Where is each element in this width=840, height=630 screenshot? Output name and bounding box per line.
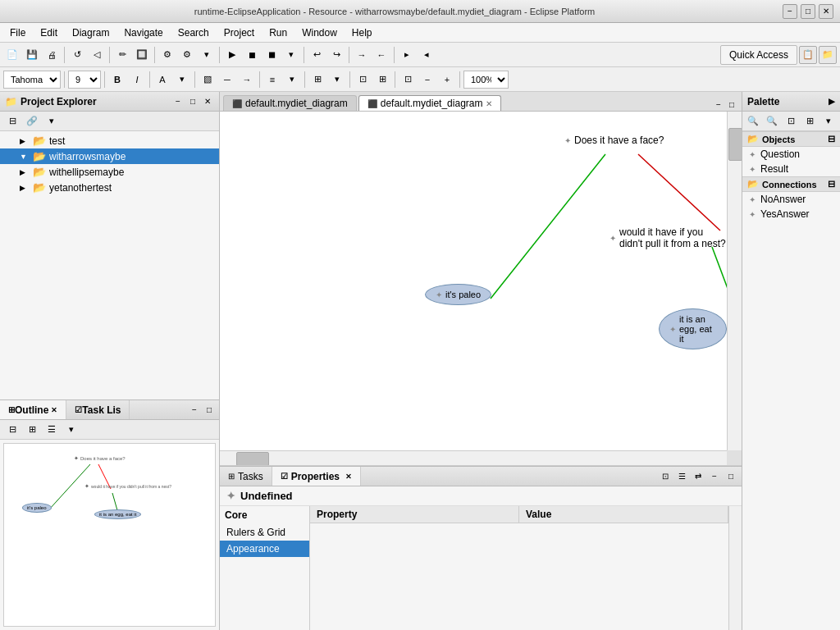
editor-tab-2[interactable]: ⬛ default.mydiet_diagram ✕	[358, 95, 502, 111]
zoom-in-btn[interactable]: +	[438, 71, 456, 89]
tasks-tab[interactable]: ⊞ Tasks	[220, 467, 272, 486]
pal-result-item[interactable]: ✦ Result	[742, 162, 840, 176]
perspective-btn-1[interactable]: 📋	[799, 46, 817, 64]
maximize-button[interactable]: □	[801, 4, 815, 19]
tb-btn-6[interactable]: ⚙	[178, 46, 196, 64]
menu-edit[interactable]: Edit	[34, 25, 64, 40]
bold-button[interactable]: B	[108, 71, 126, 89]
close-outline-icon[interactable]: ✕	[51, 406, 57, 414]
menu-help[interactable]: Help	[345, 25, 379, 40]
zoom-out-btn[interactable]: −	[418, 71, 436, 89]
maximize-project-explorer[interactable]: □	[186, 95, 199, 108]
close-properties-icon[interactable]: ✕	[345, 472, 352, 481]
tb-btn-14[interactable]: →	[353, 46, 371, 64]
menu-file[interactable]: File	[3, 25, 32, 40]
close-button[interactable]: ✕	[819, 4, 833, 19]
grid-btn[interactable]: ⊞	[373, 71, 391, 89]
menu-diagram[interactable]: Diagram	[66, 25, 116, 40]
snap-btn[interactable]: ⊡	[354, 71, 372, 89]
zoom-fit-btn[interactable]: ⊡	[399, 71, 417, 89]
pal-zoom-out[interactable]: 🔍	[763, 112, 781, 130]
tb-btn-10[interactable]: ◼	[262, 46, 281, 64]
minimize-bottom-panel[interactable]: −	[707, 469, 722, 484]
bp-action-1[interactable]: ⊡	[658, 469, 673, 484]
tree-item-yetanother[interactable]: ▶ 📂 yetanothertest	[0, 180, 219, 195]
outline-tab[interactable]: ⊞ Outline ✕	[0, 400, 66, 419]
menu-search[interactable]: Search	[171, 25, 216, 40]
bp-action-2[interactable]: ☰	[674, 469, 689, 484]
tree-item-witharrowsmaybe[interactable]: ▼ 📂 witharrowsmaybe	[0, 148, 219, 164]
new-button[interactable]: 📄	[3, 46, 21, 64]
expand-withellipses[interactable]: ▶	[20, 168, 30, 176]
color-btn2[interactable]: ▾	[173, 71, 191, 89]
outline-tb-btn1[interactable]: ⊟	[3, 421, 21, 439]
pal-zoom-fit[interactable]: ⊡	[782, 112, 800, 130]
minimize-button[interactable]: −	[783, 4, 797, 19]
horizontal-scrollbar[interactable]	[220, 450, 727, 465]
font-selector[interactable]: Tahoma	[3, 71, 61, 89]
outline-tb-btn3[interactable]: ☰	[43, 421, 61, 439]
pal-yesanswer-item[interactable]: ✦ YesAnswer	[742, 207, 840, 221]
tb-btn-3[interactable]: ✏	[113, 46, 131, 64]
font-size-selector[interactable]: 9	[68, 71, 101, 89]
tb-btn-9[interactable]: ⏹	[243, 46, 261, 64]
pal-noanswer-item[interactable]: ✦ NoAnswer	[742, 192, 840, 207]
connections-section-header[interactable]: 📂 Connections ⊟	[742, 176, 840, 192]
menu-run[interactable]: Run	[262, 25, 294, 40]
outline-tb-btn2[interactable]: ⊞	[23, 421, 41, 439]
minimize-editor[interactable]: −	[712, 98, 725, 111]
minimize-project-explorer[interactable]: −	[171, 95, 185, 108]
tb-btn-11[interactable]: ▾	[282, 46, 300, 64]
node-question-2[interactable]: ✦ would it have if you didn't pull it fr…	[609, 226, 727, 249]
color-btn[interactable]: A	[153, 71, 171, 89]
node-ellipse-egg[interactable]: ✦ it is an egg, eat it	[659, 308, 727, 349]
pal-layout[interactable]: ⊞	[801, 112, 819, 130]
node-question-1[interactable]: ✦ Does it have a face?	[564, 135, 664, 146]
refresh-button[interactable]: ↺	[68, 46, 86, 64]
expand-test[interactable]: ▶	[20, 137, 30, 145]
pal-question-item[interactable]: ✦ Question	[742, 147, 840, 162]
menu-project[interactable]: Project	[217, 25, 261, 40]
vertical-scroll-thumb[interactable]	[728, 128, 742, 161]
bp-action-3[interactable]: ⇄	[691, 469, 705, 484]
horizontal-scroll-thumb[interactable]	[236, 452, 269, 466]
maximize-editor[interactable]: □	[725, 98, 738, 111]
pe-menu-btn[interactable]: ▾	[43, 112, 61, 130]
link-editor-btn[interactable]: 🔗	[23, 112, 41, 130]
appearance-item[interactable]: Appearance	[220, 541, 309, 557]
tree-item-test[interactable]: ▶ 📂 test	[0, 133, 219, 148]
tb-btn-15[interactable]: ←	[372, 46, 390, 64]
node-ellipse-paleo[interactable]: ✦ it's paleo	[425, 284, 491, 305]
collapse-all-btn[interactable]: ⊟	[3, 112, 21, 130]
tb-btn-7[interactable]: ▾	[198, 46, 216, 64]
rulers-grid-item[interactable]: Rulers & Grid	[220, 524, 309, 541]
layout-btn2[interactable]: ▾	[328, 71, 346, 89]
align-btn[interactable]: ≡	[263, 71, 281, 89]
close-tab2-icon[interactable]: ✕	[486, 99, 492, 108]
zoom-selector[interactable]: 100%	[463, 71, 509, 89]
minimize-outline[interactable]: −	[188, 404, 201, 417]
properties-tab[interactable]: ☑ Properties ✕	[272, 467, 361, 486]
diagram-canvas[interactable]: ✦ Does it have a face? ✦ would it have i…	[220, 112, 742, 466]
props-vertical-scrollbar[interactable]	[728, 506, 742, 630]
layout-btn[interactable]: ⊞	[308, 71, 326, 89]
expand-yetanother[interactable]: ▶	[20, 184, 30, 192]
outline-menu-btn[interactable]: ▾	[62, 421, 80, 439]
italic-button[interactable]: I	[128, 71, 146, 89]
tree-item-withellipses[interactable]: ▶ 📂 withellipsemaybe	[0, 164, 219, 180]
pal-menu[interactable]: ▾	[819, 112, 838, 130]
task-list-tab[interactable]: ☑ Task Lis	[66, 400, 130, 419]
print-button[interactable]: 🖨	[43, 46, 61, 64]
arrow-btn[interactable]: →	[238, 71, 256, 89]
vertical-scrollbar[interactable]	[727, 112, 742, 450]
menu-navigate[interactable]: Navigate	[117, 25, 169, 40]
close-project-explorer[interactable]: ✕	[201, 95, 214, 108]
menu-window[interactable]: Window	[295, 25, 344, 40]
tb-btn-16[interactable]: ▸	[398, 46, 416, 64]
tb-btn-17[interactable]: ◂	[418, 46, 436, 64]
back-button[interactable]: ◁	[88, 46, 106, 64]
tb-btn-12[interactable]: ↩	[308, 46, 326, 64]
tb-btn-13[interactable]: ↪	[327, 46, 345, 64]
objects-section-header[interactable]: 📂 Objects ⊟	[742, 131, 840, 147]
editor-tab-1[interactable]: ⬛ default.mydiet_diagram	[223, 95, 357, 111]
